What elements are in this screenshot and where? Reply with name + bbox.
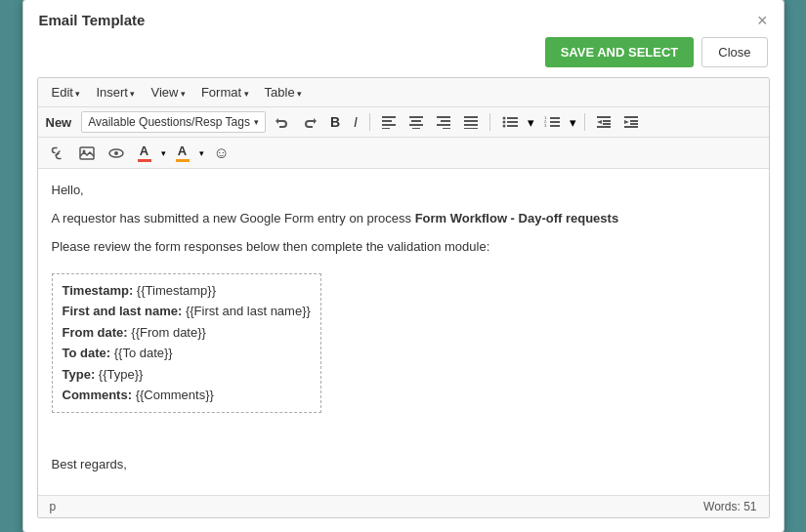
- svg-point-18: [502, 121, 505, 124]
- svg-rect-4: [409, 116, 423, 118]
- svg-marker-34: [624, 120, 629, 124]
- redo-button[interactable]: [299, 113, 320, 131]
- field-value: {{From date}}: [128, 325, 206, 340]
- svg-point-20: [502, 125, 505, 128]
- align-right-button[interactable]: [433, 113, 454, 131]
- increase-indent-button[interactable]: [620, 113, 642, 131]
- svg-rect-37: [624, 126, 638, 128]
- email-template-modal: Email Template × SAVE AND SELECT Close E…: [22, 0, 785, 532]
- link-button[interactable]: [46, 144, 69, 162]
- svg-rect-19: [507, 121, 518, 123]
- modal-actions: SAVE AND SELECT Close: [23, 37, 784, 77]
- svg-rect-31: [603, 123, 611, 125]
- field-label: Type: {{Type}}: [63, 364, 311, 386]
- field-row: From date: {{From date}}: [63, 322, 311, 344]
- fields-box: Timestamp: {{Timestamp}}First and last n…: [52, 273, 321, 413]
- instruction-line: Please review the form responses below t…: [52, 237, 755, 258]
- svg-rect-14: [464, 124, 478, 126]
- ordered-list-button[interactable]: 1.2.3.: [540, 113, 564, 131]
- svg-rect-12: [464, 116, 478, 118]
- svg-text:3.: 3.: [544, 123, 547, 128]
- svg-rect-30: [603, 120, 611, 122]
- field-value: {{Type}}: [95, 367, 143, 382]
- svg-rect-25: [550, 121, 560, 123]
- field-row: Comments: {{Comments}}: [63, 385, 311, 406]
- undo-button[interactable]: [272, 113, 293, 131]
- close-icon[interactable]: ×: [757, 12, 768, 29]
- toolbar-extra-row: A ▾ A ▾ ☺: [38, 138, 769, 169]
- svg-rect-32: [597, 126, 611, 128]
- svg-rect-3: [382, 128, 390, 129]
- bg-color-button[interactable]: A: [172, 142, 193, 164]
- toolbar-format-row: New Available Questions/Resp Tags B I: [38, 107, 769, 138]
- fields-table: Timestamp: {{Timestamp}}First and last n…: [63, 280, 311, 406]
- align-center-button[interactable]: [405, 113, 427, 131]
- editor-footer: p Words: 51: [38, 495, 769, 517]
- workflow-name: Form Workflow - Day-off requests: [415, 211, 619, 225]
- close-button[interactable]: Close: [701, 37, 767, 67]
- toolbar-menu-row: Edit Insert View Format Table: [38, 78, 769, 107]
- questions-dropdown[interactable]: Available Questions/Resp Tags: [81, 111, 266, 133]
- svg-marker-29: [597, 120, 602, 124]
- editor-container: Edit Insert View Format Table New Availa…: [37, 77, 770, 518]
- svg-rect-13: [464, 120, 478, 122]
- decrease-indent-button[interactable]: [593, 113, 615, 131]
- new-button[interactable]: New: [46, 115, 72, 130]
- field-label: Timestamp: {{Timestamp}}: [63, 280, 311, 302]
- field-value: {{Timestamp}}: [133, 283, 216, 298]
- svg-rect-27: [550, 125, 560, 127]
- svg-rect-9: [441, 120, 450, 122]
- align-justify-button[interactable]: [460, 113, 482, 131]
- field-value: {{To date}}: [110, 346, 173, 360]
- closing-line: Best regards,: [52, 455, 755, 475]
- svg-rect-8: [437, 116, 450, 118]
- save-and-select-button[interactable]: SAVE AND SELECT: [545, 37, 695, 67]
- emoji-button[interactable]: ☺: [210, 143, 233, 164]
- field-label: First and last name: {{First and last na…: [63, 301, 311, 322]
- separator-2: [489, 113, 490, 131]
- field-row: Type: {{Type}}: [63, 364, 311, 386]
- field-row: First and last name: {{First and last na…: [63, 301, 311, 322]
- svg-rect-15: [464, 128, 478, 129]
- font-color-button[interactable]: A: [134, 142, 155, 164]
- menu-view[interactable]: View: [145, 82, 191, 102]
- modal-header: Email Template ×: [23, 0, 784, 37]
- menu-edit[interactable]: Edit: [46, 82, 87, 102]
- italic-button[interactable]: I: [350, 112, 361, 132]
- svg-rect-21: [507, 125, 518, 127]
- svg-rect-6: [409, 124, 423, 126]
- bg-color-dropdown[interactable]: ▾: [199, 148, 204, 158]
- intro-line: A requestor has submitted a new Google F…: [52, 209, 755, 229]
- separator-3: [584, 113, 585, 131]
- editor-tag: p: [50, 500, 57, 513]
- field-label: To date: {{To date}}: [63, 343, 311, 364]
- field-row: Timestamp: {{Timestamp}}: [63, 280, 311, 302]
- field-value: {{Comments}}: [132, 388, 214, 402]
- menu-format[interactable]: Format: [195, 82, 255, 102]
- image-button[interactable]: [75, 144, 99, 162]
- svg-rect-35: [630, 120, 638, 122]
- font-color-dropdown[interactable]: ▾: [161, 148, 166, 158]
- unordered-list-button[interactable]: [498, 113, 522, 131]
- svg-point-41: [114, 151, 118, 155]
- svg-rect-0: [382, 116, 396, 118]
- empty-line: [52, 427, 755, 447]
- greeting-line: Hello,: [52, 181, 755, 201]
- svg-rect-10: [437, 124, 450, 126]
- bold-button[interactable]: B: [326, 112, 344, 132]
- menu-insert[interactable]: Insert: [90, 82, 141, 102]
- field-value: {{First and last name}}: [182, 304, 311, 318]
- svg-rect-2: [382, 124, 396, 126]
- svg-rect-5: [411, 120, 421, 122]
- menu-table[interactable]: Table: [259, 82, 309, 102]
- svg-rect-36: [630, 123, 638, 125]
- align-left-button[interactable]: [378, 113, 400, 131]
- svg-rect-11: [443, 128, 450, 129]
- svg-point-16: [502, 117, 505, 120]
- preview-button[interactable]: [105, 144, 128, 162]
- svg-rect-33: [624, 116, 638, 118]
- svg-rect-7: [412, 128, 420, 129]
- field-label: Comments: {{Comments}}: [63, 385, 311, 406]
- editor-content[interactable]: Hello, A requestor has submitted a new G…: [38, 169, 769, 495]
- svg-rect-1: [382, 120, 392, 122]
